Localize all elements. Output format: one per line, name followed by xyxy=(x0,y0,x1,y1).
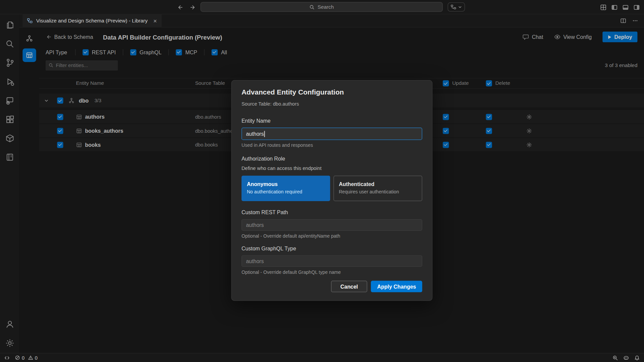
activity-bar xyxy=(0,14,19,353)
search-sidebar-icon[interactable] xyxy=(3,37,16,50)
account-icon[interactable] xyxy=(3,318,16,331)
customize-layout-icon[interactable] xyxy=(600,4,607,11)
custom-rest-path-label: Custom REST Path xyxy=(241,209,422,216)
role-title: Anonymous xyxy=(247,181,325,187)
problems-indicator[interactable]: 0 0 xyxy=(15,355,38,361)
library-icon[interactable] xyxy=(3,150,16,164)
authorization-role-hint: Define who can access this endpoint xyxy=(241,165,422,171)
tab-visualize-schema[interactable]: Visualize and Design Schema (Preview) - … xyxy=(22,14,161,27)
explorer-icon[interactable] xyxy=(3,18,16,32)
role-authenticated-card[interactable]: Authenticated Requires user authenticati… xyxy=(333,176,422,201)
role-title: Authenticated xyxy=(339,181,417,187)
title-bar: Search xyxy=(0,0,644,14)
dialog-source-table: Source Table: dbo.authors xyxy=(241,101,422,107)
run-debug-icon[interactable] xyxy=(3,75,16,88)
close-tab-icon[interactable]: × xyxy=(153,18,157,24)
tab-label: Visualize and Design Schema (Preview) - … xyxy=(36,18,148,23)
entity-name-label: Entity Name xyxy=(241,118,422,124)
apply-changes-button[interactable]: Apply Changes xyxy=(371,281,422,292)
errors-count: 0 xyxy=(22,355,24,361)
warnings-icon xyxy=(28,355,33,360)
custom-rest-path-hint: Optional - Override default api/entityNa… xyxy=(241,233,422,239)
vscode-window: Search xyxy=(0,0,644,362)
more-actions-icon[interactable] xyxy=(632,18,638,24)
session-picker-button[interactable] xyxy=(448,2,465,11)
remote-explorer-icon[interactable] xyxy=(3,94,16,107)
custom-graphql-type-label: Custom GraphQL Type xyxy=(241,245,422,252)
history-back-icon[interactable] xyxy=(177,4,183,11)
notifications-bell-icon[interactable] xyxy=(634,355,640,361)
flow-icon xyxy=(450,4,456,10)
status-bar: 0 0 xyxy=(0,353,644,362)
toggle-panel-icon[interactable] xyxy=(622,4,629,11)
entity-name-hint: Used in API routes and responses xyxy=(241,142,422,148)
extensions-icon[interactable] xyxy=(3,113,16,126)
entity-name-input[interactable]: authors xyxy=(241,128,422,140)
schema-designer-tab-icon xyxy=(27,18,33,24)
split-editor-icon[interactable] xyxy=(620,18,626,24)
settings-gear-icon[interactable] xyxy=(3,337,16,350)
editor-area: Back to Schema Data API Builder Configur… xyxy=(19,27,644,353)
role-desc: Requires user authentication xyxy=(339,189,417,194)
cancel-button[interactable]: Cancel xyxy=(331,281,368,292)
toggle-primary-sidebar-icon[interactable] xyxy=(611,4,618,11)
custom-graphql-type-input[interactable] xyxy=(241,255,422,267)
role-desc: No authentication required xyxy=(247,189,325,194)
toggle-secondary-sidebar-icon[interactable] xyxy=(633,4,640,11)
custom-rest-path-input[interactable] xyxy=(241,219,422,231)
database-projects-icon[interactable] xyxy=(3,132,16,145)
source-control-icon[interactable] xyxy=(3,56,16,69)
copilot-icon[interactable] xyxy=(623,355,629,361)
entity-name-value: authors xyxy=(246,131,264,137)
search-icon xyxy=(309,4,315,10)
zoom-icon[interactable] xyxy=(612,355,618,361)
custom-graphql-type-hint: Optional - Override default GraphQL type… xyxy=(241,269,422,275)
editor-tab-bar: Visualize and Design Schema (Preview) - … xyxy=(19,14,644,27)
role-anonymous-card[interactable]: Anonymous No authentication required xyxy=(241,176,330,201)
authorization-role-label: Authorization Role xyxy=(241,156,422,162)
history-forward-icon[interactable] xyxy=(190,4,197,11)
command-center-search[interactable]: Search xyxy=(201,2,443,12)
dialog-title: Advanced Entity Configuration xyxy=(241,88,422,97)
errors-icon xyxy=(15,355,20,360)
warnings-count: 0 xyxy=(35,355,38,361)
modal-overlay: Advanced Entity Configuration Source Tab… xyxy=(19,27,644,353)
chevron-down-icon xyxy=(458,5,462,9)
search-label: Search xyxy=(318,4,334,10)
advanced-entity-config-dialog: Advanced Entity Configuration Source Tab… xyxy=(231,80,432,301)
remote-indicator-icon[interactable] xyxy=(4,355,10,361)
text-caret xyxy=(264,131,265,137)
